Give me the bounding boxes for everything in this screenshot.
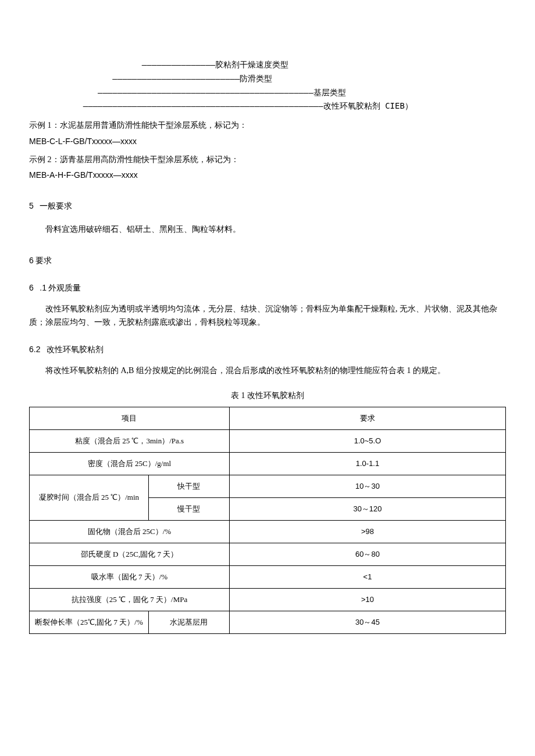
table-1-caption: 表 1 改性环氧胶粘剂 bbox=[29, 389, 506, 402]
section-6-1-heading: 6 .1 外观质量 bbox=[29, 281, 506, 295]
legend-text-2: 防滑类型 bbox=[240, 74, 272, 83]
legend-text-1: 胶粘剂干燥速度类型 bbox=[215, 60, 288, 69]
table-cell: 抗拉强度（25 ℃，固化 7 天）/MPa bbox=[30, 589, 230, 611]
table-cell: 30～45 bbox=[229, 611, 505, 634]
legend-line-2: ——————————————————————————防滑类型 bbox=[29, 72, 506, 86]
table-header-req: 要求 bbox=[229, 407, 505, 430]
table-cell: >98 bbox=[229, 521, 505, 543]
table-1: 项目 要求 粘度（混合后 25 ℃，3min）/Pa.s 1.0~5.O 密度（… bbox=[29, 407, 506, 634]
table-cell: 60～80 bbox=[229, 543, 505, 566]
section-5-body: 骨料宜选用破碎细石、铝研土、黑刚玉、陶粒等材料。 bbox=[29, 223, 506, 236]
section-6-2-heading: 6.2 改性环氧胶粘剂 bbox=[29, 343, 506, 356]
table-cell: 吸水率（固化 7 天）/% bbox=[30, 566, 230, 589]
section-6-2-title: 改性环氧胶粘剂 bbox=[47, 345, 104, 354]
table-cell: 粘度（混合后 25 ℃，3min）/Pa.s bbox=[30, 430, 230, 453]
table-row: 粘度（混合后 25 ℃，3min）/Pa.s 1.0~5.O bbox=[30, 430, 506, 453]
table-cell: 密度（混合后 25C）/g/ml bbox=[30, 453, 230, 475]
section-6-num: 6 bbox=[29, 256, 34, 265]
section-5-heading: 5 一般要求 bbox=[29, 199, 506, 213]
table-row: 密度（混合后 25C）/g/ml 1.0-1.1 bbox=[30, 453, 506, 475]
table-cell: 水泥基层用 bbox=[148, 611, 229, 634]
table-cell: 10～30 bbox=[229, 475, 505, 498]
table-row: 固化物（混合后 25C）/% >98 bbox=[30, 521, 506, 543]
table-cell: 1.0~5.O bbox=[229, 430, 505, 453]
legend-line-1: ———————————————胶粘剂干燥速度类型 bbox=[29, 58, 506, 72]
example-1-code: MEB-C-L-F-GB/Txxxxx—xxxx bbox=[29, 135, 506, 148]
table-row: 抗拉强度（25 ℃，固化 7 天）/MPa >10 bbox=[30, 589, 506, 611]
table-row: 邵氏硬度 D（25C,固化 7 天） 60～80 bbox=[30, 543, 506, 566]
legend-text-4: 改性环氧胶粘剂 CIEB） bbox=[323, 101, 413, 110]
table-row: 吸水率（固化 7 天）/% <1 bbox=[30, 566, 506, 589]
section-5-num: 5 bbox=[29, 201, 34, 210]
section-6-1-body: 改性环氧胶粘剂应为透明或半透明均匀流体，无分层、结块、沉淀物等；骨料应为单集配干… bbox=[29, 303, 506, 329]
section-6-2-num: 6.2 bbox=[29, 345, 40, 354]
legend-block: ———————————————胶粘剂干燥速度类型 ———————————————… bbox=[29, 58, 506, 113]
example-2-label: 示例 2：沥青基层用高防滑性能快干型涂层系统，标记为： bbox=[29, 153, 506, 166]
example-2-code: MEB-A-H-F-GB/Txxxxx—xxxx bbox=[29, 169, 506, 181]
section-6-1-num: 6 bbox=[29, 283, 34, 292]
legend-line-3: ————————————————————————————————————————… bbox=[29, 86, 506, 100]
example-1-label: 示例 1：水泥基层用普通防滑性能快干型涂层系统，标记为： bbox=[29, 119, 506, 132]
table-cell: 慢干型 bbox=[148, 498, 229, 521]
table-cell: 凝胶时间（混合后 25 ℃）/min bbox=[30, 475, 149, 521]
table-row: 项目 要求 bbox=[30, 407, 506, 430]
section-5-title: 一般要求 bbox=[40, 202, 72, 210]
table-header-item: 项目 bbox=[30, 407, 230, 430]
table-cell: >10 bbox=[229, 589, 505, 611]
legend-line-4: ————————————————————————————————————————… bbox=[29, 99, 506, 113]
document-page: ———————————————胶粘剂干燥速度类型 ———————————————… bbox=[0, 0, 535, 669]
table-cell: 断裂伸长率（25℃,固化 7 天）/% bbox=[30, 611, 149, 634]
section-6-1-sub: .1 bbox=[40, 283, 47, 292]
table-cell: 快干型 bbox=[148, 475, 229, 498]
legend-text-3: 基层类型 bbox=[313, 88, 346, 97]
section-6-title: 要求 bbox=[35, 256, 52, 265]
table-row: 凝胶时间（混合后 25 ℃）/min 快干型 10～30 bbox=[30, 475, 506, 498]
table-cell: 邵氏硬度 D（25C,固化 7 天） bbox=[30, 543, 230, 566]
table-cell: 固化物（混合后 25C）/% bbox=[30, 521, 230, 543]
table-cell: 1.0-1.1 bbox=[229, 453, 505, 475]
table-cell: 30～120 bbox=[229, 498, 505, 521]
section-6-heading: 6 要求 bbox=[29, 254, 506, 267]
table-row: 断裂伸长率（25℃,固化 7 天）/% 水泥基层用 30～45 bbox=[30, 611, 506, 634]
section-6-2-body: 将改性环氧胶粘剂的 A,B 组分按规定的比例混合，混合后形成的改性环氧胶粘剂的物… bbox=[29, 364, 506, 377]
table-cell: <1 bbox=[229, 566, 505, 589]
section-6-1-title: 外观质量 bbox=[48, 284, 81, 292]
